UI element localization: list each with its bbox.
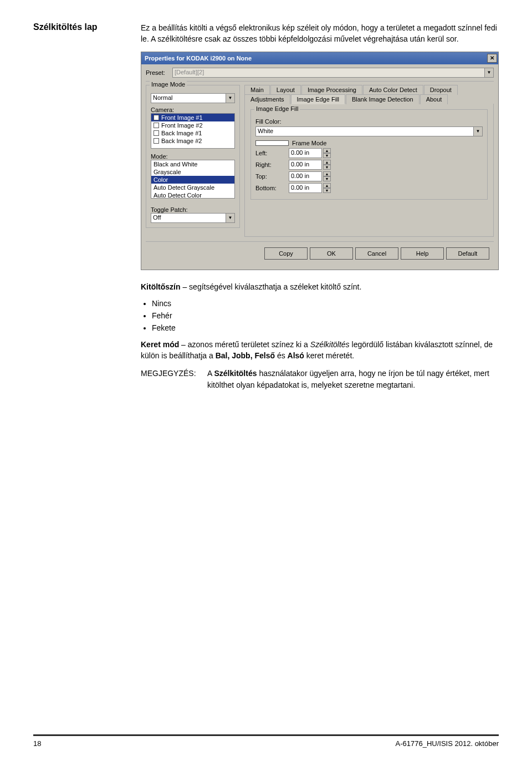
frame-mode-checkbox[interactable] [255, 140, 289, 146]
doc-id: A-61776_HU/ISIS 2012. október [396, 739, 499, 748]
color-bullets: Nincs Fehér Fekete [152, 299, 499, 332]
chevron-down-icon[interactable]: ▼ [226, 93, 235, 103]
list-item[interactable]: Front Image #1 [151, 114, 234, 121]
tab-image-edge-fill[interactable]: Image Edge Fill [291, 94, 345, 104]
spin-up-icon[interactable]: ▲ [323, 148, 331, 153]
bottom-label: Bottom: [255, 185, 289, 191]
image-mode-group-title: Image Mode [150, 81, 187, 88]
fill-color-dropdown[interactable]: White [255, 126, 474, 136]
dialog-button-bar: Copy OK Cancel Help Default [146, 241, 494, 265]
frame-bold: Keret mód [141, 340, 179, 349]
tab-panel: Image Edge Fill Fill Color: White ▼ [244, 104, 494, 237]
list-item[interactable]: Back Image #2 [151, 137, 234, 145]
note-label: MEGJEGYZÉS: [141, 368, 207, 390]
image-edge-fill-group: Image Edge Fill Fill Color: White ▼ [250, 109, 488, 200]
preset-label: Preset: [146, 69, 169, 76]
checkbox-icon[interactable] [154, 123, 159, 128]
dialog-title: Properties for KODAK i2900 on None [145, 55, 487, 62]
tab-dropout[interactable]: Dropout [424, 85, 458, 95]
left-field[interactable]: 0.00 in [289, 148, 322, 158]
tab-layout[interactable]: Layout [270, 85, 301, 95]
page-number: 18 [33, 739, 41, 748]
right-label: Right: [255, 161, 289, 168]
fillcolor-rest: – segítségével kiválaszthatja a széleket… [181, 282, 362, 291]
list-item[interactable]: Black and White [151, 160, 234, 168]
frame-paragraph: Keret mód – azonos méretű területet szín… [141, 339, 499, 362]
tab-blank-image-detection[interactable]: Blank Image Detection [346, 94, 420, 104]
list-item[interactable]: Auto Detect Grayscale [151, 184, 234, 191]
checkbox-icon[interactable] [154, 115, 159, 120]
list-item[interactable]: Back Image #1 [151, 129, 234, 137]
spin-down-icon[interactable]: ▼ [323, 153, 331, 158]
camera-label: Camera: [151, 106, 235, 113]
toggle-patch-label: Toggle Patch: [151, 206, 235, 213]
list-item[interactable]: Color [151, 176, 234, 184]
fill-color-label: Fill Color: [255, 118, 289, 125]
tab-image-processing[interactable]: Image Processing [301, 85, 362, 95]
checkbox-icon[interactable] [154, 130, 159, 136]
checkbox-icon[interactable] [154, 138, 159, 144]
fillcolor-paragraph: Kitöltőszín – segítségével kiválaszthatj… [141, 281, 499, 292]
image-mode-group: Image Mode Normal ▼ Camera: Front Image … [146, 85, 240, 228]
tab-strip: Main Layout Image Processing Auto Color … [244, 85, 494, 104]
toggle-patch-dropdown[interactable]: Off [151, 213, 226, 223]
spin-down-icon[interactable]: ▼ [323, 165, 331, 170]
list-item: Fekete [152, 323, 499, 332]
spin-up-icon[interactable]: ▲ [323, 160, 331, 165]
frame-mode-label: Frame Mode [292, 140, 326, 146]
cancel-button[interactable]: Cancel [355, 247, 398, 260]
ok-button[interactable]: OK [310, 247, 353, 260]
frame-italic: Szélkitöltés [310, 340, 350, 349]
page-footer: 18 A-61776_HU/ISIS 2012. október [33, 734, 499, 748]
note-paragraph: MEGJEGYZÉS: A Szélkitöltés használatakor… [141, 368, 499, 390]
spin-down-icon[interactable]: ▼ [323, 176, 331, 181]
chevron-down-icon[interactable]: ▼ [474, 126, 483, 136]
fillcolor-bold: Kitöltőszín [141, 282, 181, 291]
chevron-down-icon[interactable]: ▼ [226, 213, 235, 223]
dialog-titlebar: Properties for KODAK i2900 on None ✕ [141, 52, 498, 64]
edge-fill-group-title: Image Edge Fill [254, 105, 300, 112]
bottom-field[interactable]: 0.00 in [289, 183, 322, 193]
mode-label: Mode: [151, 153, 235, 160]
list-item: Fehér [152, 311, 499, 320]
tab-auto-color-detect[interactable]: Auto Color Detect [363, 85, 423, 95]
left-label: Left: [255, 150, 289, 156]
tab-main[interactable]: Main [244, 85, 270, 95]
image-mode-dropdown[interactable]: Normal [151, 93, 226, 103]
list-item: Nincs [152, 299, 499, 308]
preset-dropdown[interactable]: [Default][2] [172, 68, 485, 78]
list-item[interactable]: Auto Detect Color [151, 191, 234, 199]
intro-paragraph: Ez a beállítás kitölti a végső elektroni… [141, 22, 499, 45]
tab-adjustments[interactable]: Adjustments [244, 94, 290, 104]
mode-listbox[interactable]: Black and White Grayscale Color Auto Det… [151, 160, 235, 199]
help-button[interactable]: Help [401, 247, 444, 260]
top-field[interactable]: 0.00 in [289, 171, 322, 181]
spin-up-icon[interactable]: ▲ [323, 171, 331, 176]
properties-dialog: Properties for KODAK i2900 on None ✕ Pre… [141, 52, 499, 270]
chevron-down-icon[interactable]: ▼ [485, 68, 494, 78]
section-title: Szélkitöltés lap [33, 22, 127, 32]
default-button[interactable]: Default [446, 247, 489, 260]
top-label: Top: [255, 173, 289, 180]
spin-up-icon[interactable]: ▲ [323, 183, 331, 188]
close-icon[interactable]: ✕ [487, 54, 497, 63]
list-item[interactable]: Grayscale [151, 168, 234, 176]
camera-listbox[interactable]: Front Image #1 Front Image #2 Back Image… [151, 113, 235, 149]
list-item[interactable]: Front Image #2 [151, 121, 234, 129]
right-field[interactable]: 0.00 in [289, 160, 322, 170]
copy-button[interactable]: Copy [264, 247, 308, 260]
spin-down-icon[interactable]: ▼ [323, 188, 331, 193]
tab-about[interactable]: About [420, 94, 448, 104]
